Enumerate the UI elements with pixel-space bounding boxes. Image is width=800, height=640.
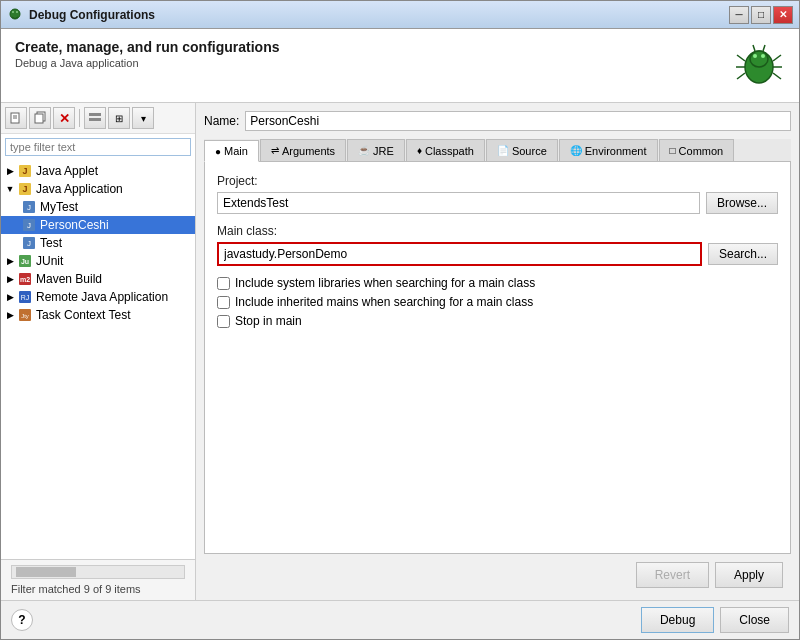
left-toolbar: ✕ ⊞ ▾ bbox=[1, 103, 195, 134]
copy-config-button[interactable] bbox=[29, 107, 51, 129]
header-section: Create, manage, and run configurations D… bbox=[1, 29, 799, 103]
help-button[interactable]: ? bbox=[11, 609, 33, 631]
tree-item-maven[interactable]: ▶ m2 Maven Build bbox=[1, 270, 195, 288]
debug-button[interactable]: Debug bbox=[641, 607, 714, 633]
name-input[interactable] bbox=[245, 111, 791, 131]
horizontal-scrollbar[interactable] bbox=[11, 565, 185, 579]
checkbox-stop-in-main-label: Stop in main bbox=[235, 314, 302, 328]
window-title: Debug Configurations bbox=[29, 8, 729, 22]
tree-label-task: Task Context Test bbox=[36, 308, 131, 322]
tree-label-java-applet: Java Applet bbox=[36, 164, 98, 178]
maven-icon: m2 bbox=[17, 271, 33, 287]
tabs-bar: ● Main ⇌ Arguments ☕ JRE ♦ Classpath 📄 bbox=[204, 139, 791, 162]
apply-button[interactable]: Apply bbox=[715, 562, 783, 588]
svg-text:J: J bbox=[27, 239, 31, 248]
left-panel-footer: Filter matched 9 of 9 items bbox=[1, 559, 195, 600]
expand-arrow-java-app: ▼ bbox=[5, 184, 15, 194]
svg-line-9 bbox=[737, 73, 745, 79]
tab-common-label: Common bbox=[679, 145, 724, 157]
tree-item-remote[interactable]: ▶ RJ Remote Java Application bbox=[1, 288, 195, 306]
tree-label-remote: Remote Java Application bbox=[36, 290, 168, 304]
svg-line-14 bbox=[763, 45, 765, 51]
java-applet-icon: J bbox=[17, 163, 33, 179]
checkbox-system-libs: Include system libraries when searching … bbox=[217, 276, 778, 290]
remote-icon: RJ bbox=[17, 289, 33, 305]
browse-button[interactable]: Browse... bbox=[706, 192, 778, 214]
tab-source[interactable]: 📄 Source bbox=[486, 139, 558, 161]
expand-all-button[interactable]: ⊞ bbox=[108, 107, 130, 129]
collapse-all-button[interactable] bbox=[84, 107, 106, 129]
checkbox-inherited-mains: Include inherited mains when searching f… bbox=[217, 295, 778, 309]
checkbox-system-libs-input[interactable] bbox=[217, 277, 230, 290]
tree-item-test[interactable]: J Test bbox=[1, 234, 195, 252]
svg-point-2 bbox=[16, 11, 18, 13]
jre-tab-icon: ☕ bbox=[358, 145, 370, 156]
revert-button[interactable]: Revert bbox=[636, 562, 709, 588]
header-subtitle: Debug a Java application bbox=[15, 57, 733, 69]
env-tab-icon: 🌐 bbox=[570, 145, 582, 156]
mainclass-label: Main class: bbox=[217, 224, 778, 238]
tree-item-junit[interactable]: ▶ Ju JUnit bbox=[1, 252, 195, 270]
checkbox-stop-in-main: Stop in main bbox=[217, 314, 778, 328]
window-footer: ? Debug Close bbox=[1, 600, 799, 639]
window-icon bbox=[7, 7, 23, 23]
toolbar-separator bbox=[79, 109, 80, 127]
tree-item-personceshi[interactable]: J PersonCeshi bbox=[1, 216, 195, 234]
footer-buttons: Debug Close bbox=[641, 607, 789, 633]
close-button[interactable]: Close bbox=[720, 607, 789, 633]
tree-item-java-application[interactable]: ▼ J Java Application bbox=[1, 180, 195, 198]
project-input[interactable] bbox=[217, 192, 700, 214]
svg-text:m2: m2 bbox=[20, 276, 30, 283]
test-icon: J bbox=[21, 235, 37, 251]
tab-common[interactable]: □ Common bbox=[659, 139, 735, 161]
name-label: Name: bbox=[204, 114, 239, 128]
tree-container: ▶ J Java Applet ▼ J bbox=[1, 160, 195, 559]
svg-text:Jty: Jty bbox=[21, 313, 29, 319]
expand-arrow-junit: ▶ bbox=[5, 256, 15, 266]
arguments-tab-icon: ⇌ bbox=[271, 145, 279, 156]
tree-label-maven: Maven Build bbox=[36, 272, 102, 286]
svg-point-6 bbox=[761, 54, 765, 58]
checkbox-stop-in-main-input[interactable] bbox=[217, 315, 230, 328]
tab-environment[interactable]: 🌐 Environment bbox=[559, 139, 658, 161]
tab-classpath-label: Classpath bbox=[425, 145, 474, 157]
tree-label-mytest: MyTest bbox=[40, 200, 78, 214]
window-controls: ─ □ ✕ bbox=[729, 6, 793, 24]
svg-line-10 bbox=[773, 55, 781, 61]
tab-source-label: Source bbox=[512, 145, 547, 157]
minimize-button[interactable]: ─ bbox=[729, 6, 749, 24]
svg-rect-20 bbox=[89, 113, 101, 116]
tab-jre-label: JRE bbox=[373, 145, 394, 157]
maximize-button[interactable]: □ bbox=[751, 6, 771, 24]
expand-arrow-maven: ▶ bbox=[5, 274, 15, 284]
filter-input[interactable] bbox=[5, 138, 191, 156]
tree-item-task-context[interactable]: ▶ Jty Task Context Test bbox=[1, 306, 195, 324]
tab-arguments[interactable]: ⇌ Arguments bbox=[260, 139, 346, 161]
tab-main[interactable]: ● Main bbox=[204, 140, 259, 162]
delete-config-button[interactable]: ✕ bbox=[53, 107, 75, 129]
filter-status: Filter matched 9 of 9 items bbox=[7, 581, 189, 597]
right-panel: Name: ● Main ⇌ Arguments ☕ JRE ♦ bbox=[196, 103, 799, 600]
svg-rect-21 bbox=[89, 118, 101, 121]
mainclass-input[interactable] bbox=[217, 242, 702, 266]
search-button[interactable]: Search... bbox=[708, 243, 778, 265]
checkbox-inherited-mains-input[interactable] bbox=[217, 296, 230, 309]
tree-item-mytest[interactable]: J MyTest bbox=[1, 198, 195, 216]
config-dropdown-button[interactable]: ▾ bbox=[132, 107, 154, 129]
header-title: Create, manage, and run configurations bbox=[15, 39, 733, 55]
svg-text:J: J bbox=[27, 221, 31, 230]
project-row: Browse... bbox=[217, 192, 778, 214]
common-tab-icon: □ bbox=[670, 145, 676, 156]
mainclass-section: Main class: Search... bbox=[217, 224, 778, 266]
svg-line-12 bbox=[773, 73, 781, 79]
expand-arrow-remote: ▶ bbox=[5, 292, 15, 302]
tree-item-java-applet[interactable]: ▶ J Java Applet bbox=[1, 162, 195, 180]
new-config-button[interactable] bbox=[5, 107, 27, 129]
checkbox-inherited-mains-label: Include inherited mains when searching f… bbox=[235, 295, 533, 309]
main-content: ✕ ⊞ ▾ ▶ bbox=[1, 103, 799, 600]
tab-jre[interactable]: ☕ JRE bbox=[347, 139, 405, 161]
name-row: Name: bbox=[204, 111, 791, 131]
close-window-button[interactable]: ✕ bbox=[773, 6, 793, 24]
mainclass-row: Search... bbox=[217, 242, 778, 266]
tab-classpath[interactable]: ♦ Classpath bbox=[406, 139, 485, 161]
